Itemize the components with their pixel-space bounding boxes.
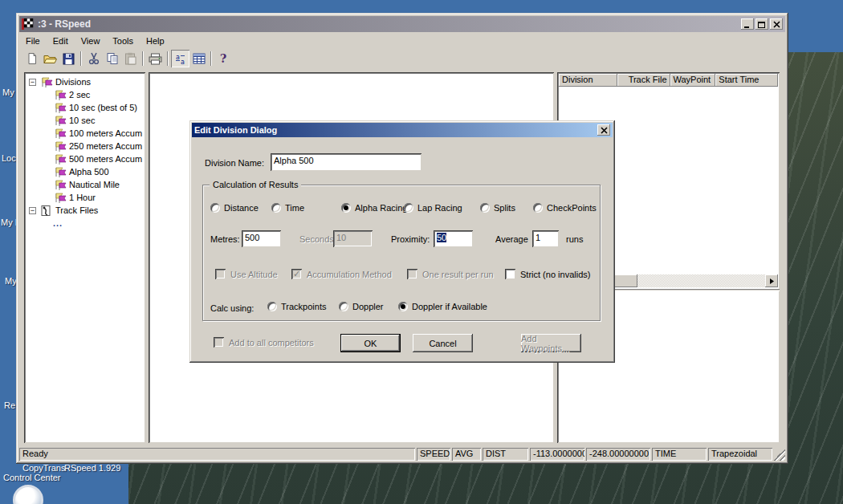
svg-text:a: a bbox=[181, 59, 185, 65]
radio-icon bbox=[404, 203, 413, 213]
tree-label: Track Files bbox=[55, 205, 98, 215]
window-title: :3 - RSpeed bbox=[38, 18, 739, 30]
radio-distance[interactable]: Distance bbox=[210, 203, 259, 213]
toolbar-separator bbox=[167, 51, 169, 66]
tree-node-division[interactable]: Nautical Mile bbox=[26, 178, 145, 191]
tree-node-track-more[interactable]: ... bbox=[26, 217, 145, 230]
cancel-button[interactable]: Cancel bbox=[413, 334, 473, 352]
dialog-titlebar[interactable]: Edit Division Dialog bbox=[192, 123, 613, 137]
radio-doppler-if-available[interactable]: Doppler if Available bbox=[398, 302, 487, 311]
detail-view-toggle-button[interactable]: aa bbox=[171, 50, 189, 67]
division-name-label: Division Name: bbox=[205, 158, 264, 168]
tree-node-division[interactable]: 1 Hour bbox=[26, 191, 145, 204]
tree-node-division[interactable]: 250 meters Accum bbox=[26, 140, 145, 152]
metres-input[interactable]: 500 bbox=[242, 230, 281, 247]
radio-icon bbox=[339, 302, 348, 311]
column-header-division[interactable]: Division bbox=[559, 74, 617, 87]
tree-node-track-files[interactable]: − Track Files bbox=[26, 204, 145, 217]
radio-splits[interactable]: Splits bbox=[480, 203, 515, 213]
dialog-close-button[interactable] bbox=[597, 124, 610, 136]
open-file-button[interactable] bbox=[41, 50, 59, 67]
collapse-icon[interactable]: − bbox=[29, 79, 36, 86]
paste-clipboard-icon bbox=[124, 52, 136, 65]
tree-node-divisions[interactable]: − Divisions bbox=[26, 75, 145, 88]
copytrans-shortcut-label[interactable]: CopyTrans bbox=[22, 463, 65, 473]
column-header-track-file[interactable]: Track File bbox=[617, 74, 670, 87]
column-header-waypoint[interactable]: WayPoint bbox=[670, 74, 716, 87]
tree-node-division[interactable]: 500 meters Accum bbox=[26, 152, 145, 165]
division-name-input[interactable]: Alpha 500 bbox=[271, 153, 422, 171]
desktop-icon-label[interactable]: Loc bbox=[2, 153, 16, 163]
save-button[interactable] bbox=[59, 50, 78, 67]
status-coord-x: -113.00000000 bbox=[530, 448, 584, 461]
radio-trackpoints[interactable]: Trackpoints bbox=[267, 302, 326, 311]
tree-label: 1 Hour bbox=[69, 193, 96, 202]
table-grid-icon bbox=[193, 53, 206, 64]
menu-file[interactable]: File bbox=[19, 35, 47, 47]
tree-node-division[interactable]: 100 meters Accum bbox=[26, 127, 145, 140]
desktop-icon-label[interactable]: My bbox=[5, 276, 17, 286]
checkbox-checked-icon: ✓ bbox=[291, 269, 302, 279]
desktop-icon-label[interactable]: Re bbox=[4, 400, 15, 410]
save-floppy-icon bbox=[63, 53, 75, 65]
print-button[interactable] bbox=[146, 50, 165, 67]
checkbox-label: Accumulation Method bbox=[307, 270, 392, 279]
division-flags-icon bbox=[39, 77, 53, 87]
column-header-start-time[interactable]: Start Time bbox=[715, 74, 778, 87]
proximity-input[interactable]: 50 bbox=[434, 230, 473, 247]
help-button[interactable]: ? bbox=[214, 50, 233, 67]
copytrans-shortcut-icon[interactable] bbox=[13, 485, 43, 504]
division-flags-icon bbox=[53, 154, 67, 165]
tree-node-division[interactable]: 2 sec bbox=[26, 88, 145, 101]
cut-button[interactable] bbox=[84, 50, 103, 67]
status-dist: DIST bbox=[483, 448, 528, 461]
tree-node-division[interactable]: 10 sec bbox=[26, 114, 145, 127]
tree-node-division[interactable]: Alpha 500 bbox=[26, 165, 145, 178]
average-input[interactable]: 1 bbox=[532, 230, 559, 247]
close-icon bbox=[601, 127, 608, 134]
metres-label: Metres: bbox=[210, 234, 240, 244]
runs-label: runs bbox=[566, 234, 583, 244]
scroll-right-button[interactable] bbox=[765, 274, 778, 287]
menu-edit[interactable]: Edit bbox=[47, 35, 75, 47]
menu-help[interactable]: Help bbox=[140, 35, 171, 47]
rspeed-shortcut-label[interactable]: RSpeed 1.929 bbox=[64, 463, 120, 473]
radio-time[interactable]: Time bbox=[271, 203, 304, 213]
seconds-input: 10 bbox=[333, 230, 373, 247]
radio-label: Lap Racing bbox=[417, 203, 462, 213]
maximize-button[interactable] bbox=[755, 18, 768, 30]
collapse-icon[interactable]: − bbox=[29, 207, 36, 214]
grid-view-button[interactable] bbox=[189, 50, 208, 67]
new-file-button[interactable] bbox=[22, 50, 41, 67]
paste-button[interactable] bbox=[121, 50, 140, 67]
menu-tools[interactable]: Tools bbox=[106, 35, 140, 47]
average-label: Average bbox=[495, 234, 528, 244]
radio-label: Doppler bbox=[352, 302, 384, 311]
menu-view[interactable]: View bbox=[75, 35, 107, 47]
checkbox-label: Use Altitude bbox=[230, 270, 278, 279]
tree-node-division[interactable]: 10 sec (best of 5) bbox=[26, 101, 145, 114]
resize-grip[interactable] bbox=[774, 448, 785, 461]
groupbox-title: Calculation of Results bbox=[210, 180, 301, 189]
radio-alpha-racing[interactable]: Alpha Racing bbox=[341, 203, 407, 213]
copy-button[interactable] bbox=[103, 50, 121, 67]
desktop-icon-label[interactable]: My bbox=[2, 87, 14, 97]
close-button[interactable] bbox=[770, 18, 783, 30]
tree-label: Alpha 500 bbox=[69, 167, 109, 177]
window-titlebar[interactable]: :3 - RSpeed bbox=[19, 16, 785, 32]
radio-checkpoints[interactable]: CheckPoints bbox=[533, 203, 597, 213]
strict-checkbox[interactable]: Strict (no invalids) bbox=[505, 269, 590, 279]
checkbox-label: One result per run bbox=[422, 270, 494, 279]
minimize-button[interactable] bbox=[741, 18, 754, 30]
ok-button[interactable]: OK bbox=[340, 334, 401, 352]
copytrans-shortcut-label2[interactable]: Control Center bbox=[3, 473, 61, 482]
status-time: TIME bbox=[652, 448, 707, 461]
radio-label: Alpha Racing bbox=[355, 203, 407, 213]
radio-icon bbox=[267, 302, 277, 311]
status-avg: AVG bbox=[452, 448, 481, 461]
status-speed: SPEED bbox=[417, 448, 450, 461]
selected-text: 50 bbox=[437, 233, 446, 242]
radio-lap-racing[interactable]: Lap Racing bbox=[404, 203, 462, 213]
radio-doppler[interactable]: Doppler bbox=[339, 302, 384, 311]
tree-label: Divisions bbox=[55, 77, 91, 87]
